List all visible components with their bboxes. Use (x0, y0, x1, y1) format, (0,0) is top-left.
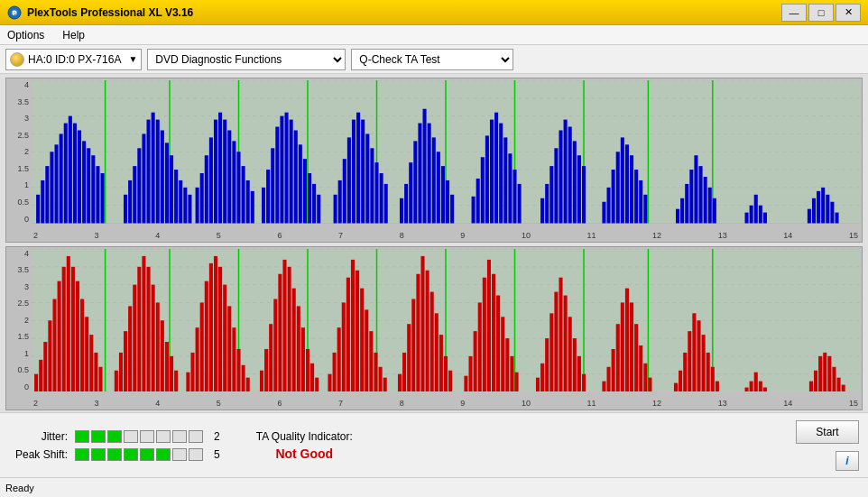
svg-rect-102 (472, 197, 476, 224)
jitter-value: 2 (214, 430, 220, 443)
svg-rect-137 (694, 155, 697, 223)
svg-rect-244 (407, 324, 411, 391)
svg-rect-303 (809, 381, 813, 391)
ps-bar-2 (91, 448, 106, 461)
svg-rect-220 (278, 273, 282, 391)
svg-rect-264 (510, 355, 513, 391)
menu-help[interactable]: Help (59, 27, 88, 43)
title-bar-left: P PlexTools Professional XL V3.16 (7, 5, 193, 20)
close-button[interactable]: ✕ (836, 4, 861, 22)
svg-rect-46 (165, 143, 169, 223)
svg-rect-208 (214, 255, 217, 391)
svg-rect-93 (413, 141, 417, 223)
svg-rect-41 (142, 133, 145, 223)
jitter-bar-3 (107, 430, 122, 443)
svg-rect-62 (242, 166, 245, 223)
svg-rect-144 (754, 195, 758, 224)
svg-rect-238 (369, 331, 373, 391)
svg-rect-249 (430, 291, 434, 391)
svg-rect-52 (196, 188, 199, 224)
bottom-chart: 4 3.5 3 2.5 2 1.5 1 0.5 0 (5, 246, 863, 411)
svg-rect-135 (685, 184, 688, 224)
svg-rect-296 (711, 366, 715, 391)
svg-rect-58 (223, 120, 226, 224)
svg-rect-96 (428, 124, 431, 224)
bottom-chart-xaxis: 2 3 4 5 6 7 8 9 10 11 12 13 14 15 (32, 399, 860, 408)
svg-rect-245 (411, 299, 415, 391)
svg-rect-251 (439, 335, 443, 391)
svg-rect-234 (351, 259, 355, 391)
info-button[interactable]: i (836, 451, 859, 471)
svg-rect-265 (515, 372, 519, 391)
jitter-bar-7 (172, 430, 187, 443)
maximize-button[interactable]: □ (808, 4, 834, 22)
svg-rect-113 (540, 198, 544, 224)
svg-rect-57 (218, 113, 222, 224)
svg-rect-112 (518, 184, 522, 224)
svg-rect-122 (582, 166, 586, 223)
svg-rect-128 (625, 144, 629, 223)
svg-rect-105 (485, 135, 489, 223)
start-button[interactable]: Start (796, 420, 859, 444)
svg-rect-294 (702, 335, 706, 391)
svg-rect-252 (444, 355, 448, 391)
svg-rect-184 (85, 317, 88, 391)
svg-rect-310 (842, 384, 845, 391)
svg-rect-183 (80, 299, 84, 391)
jitter-bars (75, 430, 203, 443)
ta-quality-value: Not Good (275, 446, 333, 461)
svg-rect-309 (837, 377, 841, 391)
svg-rect-196 (152, 284, 155, 391)
svg-rect-280 (616, 324, 620, 391)
svg-rect-153 (835, 213, 838, 224)
function-select[interactable]: DVD Diagnostic Functions (147, 49, 346, 70)
minimize-button[interactable]: — (781, 4, 807, 22)
svg-rect-80 (343, 159, 346, 223)
bottom-panel: Jitter: 2 Peak Shift: (0, 412, 868, 477)
jitter-bar-6 (156, 430, 171, 443)
top-chart-plot (32, 80, 860, 224)
svg-rect-203 (190, 352, 194, 391)
svg-rect-282 (625, 288, 629, 391)
svg-rect-127 (621, 137, 624, 223)
svg-rect-47 (170, 155, 173, 223)
svg-rect-36 (101, 173, 105, 223)
svg-rect-87 (374, 162, 378, 223)
top-chart-yaxis: 4 3.5 3 2.5 2 1.5 1 0.5 0 (6, 80, 32, 224)
jitter-bar-2 (91, 430, 106, 443)
svg-rect-182 (76, 281, 79, 391)
svg-rect-305 (818, 355, 822, 391)
ps-bar-1 (75, 448, 89, 461)
svg-rect-72 (294, 130, 298, 223)
svg-rect-213 (236, 348, 240, 391)
svg-rect-95 (423, 109, 427, 224)
svg-rect-227 (310, 363, 314, 391)
start-btn-area: Start i (796, 420, 859, 471)
svg-rect-205 (200, 302, 204, 391)
menu-options[interactable]: Options (4, 27, 48, 43)
svg-rect-201 (174, 370, 178, 391)
svg-rect-125 (612, 170, 615, 223)
svg-rect-226 (306, 348, 309, 391)
svg-rect-74 (303, 159, 307, 223)
svg-rect-27 (60, 133, 63, 223)
svg-rect-119 (568, 127, 572, 224)
peak-shift-indicator: Peak Shift: 5 (9, 448, 220, 461)
svg-rect-241 (383, 377, 387, 391)
svg-rect-222 (288, 266, 291, 391)
svg-rect-190 (124, 331, 127, 391)
svg-rect-253 (448, 370, 452, 391)
indicator-panel: Jitter: 2 Peak Shift: (9, 430, 220, 461)
svg-rect-297 (716, 381, 719, 391)
svg-rect-298 (745, 387, 749, 391)
title-bar: P PlexTools Professional XL V3.16 — □ ✕ (0, 0, 868, 25)
device-selector[interactable]: HA:0 ID:0 PX-716A ▼ (5, 49, 142, 70)
title-controls: — □ ✕ (781, 4, 861, 22)
svg-rect-60 (232, 141, 235, 223)
test-select[interactable]: Q-Check TA Test (351, 49, 513, 70)
peak-shift-value: 5 (214, 448, 220, 461)
svg-rect-198 (161, 320, 164, 391)
svg-rect-286 (643, 363, 647, 391)
svg-rect-140 (708, 188, 712, 224)
toolbar: HA:0 ID:0 PX-716A ▼ DVD Diagnostic Funct… (0, 45, 868, 74)
